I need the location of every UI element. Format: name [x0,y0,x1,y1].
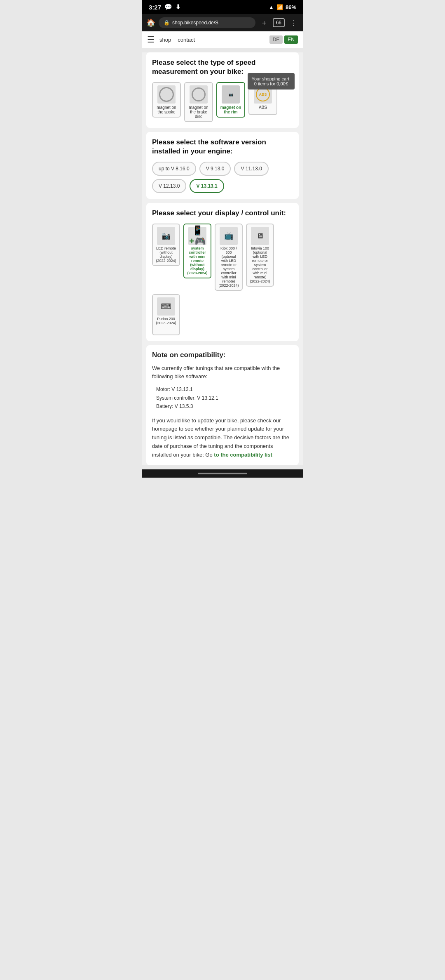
display-section: Please select your display / control uni… [146,203,299,341]
note-title: Note on compatibility: [152,351,293,359]
status-time: 3:27 💬 ⬇ [149,3,181,11]
url-text: shop.bikespeed.de/S [172,20,218,26]
spec-motor: Motor: V 13.13.1 [156,385,293,393]
software-section-title: Please select the software version insta… [152,138,293,156]
status-bar: 3:27 💬 ⬇ ▲ 📶 86% [142,0,303,14]
software-version-section: Please select the software version insta… [146,132,299,199]
display-options-row: 📷 LED remote (without display) (2022-202… [152,224,293,335]
messenger-icon: 💬 [164,3,172,11]
version-btn-1[interactable]: V 9.13.0 [199,162,231,176]
version-btn-2[interactable]: V 11.13.0 [234,162,268,176]
language-switcher: DE EN [269,35,298,44]
signal-icon: 📶 [276,4,283,10]
spec-system-controller: System controller: V 13.12.1 [156,394,293,402]
abs-label: ABS [259,105,267,110]
kiox-image: 📺 [220,227,238,245]
rim-image: 📷 [222,85,240,104]
time-display: 3:27 [149,4,161,11]
display-option-intuvia[interactable]: 🖥 Intuvia 100 (optional with LED remote … [246,224,274,287]
purion-label: Purion 200 (2023-2024) [155,317,177,325]
abs-icon: ABS [256,87,270,101]
rim-photo: 📷 [222,85,240,104]
speed-option-spoke[interactable]: magnet on the spoke [152,82,181,118]
display-section-title: Please select your display / control uni… [152,209,293,218]
more-options-icon[interactable]: ⋮ [288,18,299,27]
scroll-indicator [198,473,247,474]
display-option-sysctrl[interactable]: 📱+🎮 system controller with mini remote (… [183,224,211,278]
battery-display: 86% [286,4,296,10]
version-options-row: up to V 8.16.0 V 9.13.0 V 11.13.0 V 12.1… [152,162,293,193]
url-bar[interactable]: 🔒 shop.bikespeed.de/S [159,17,255,28]
note-footer: If you would like to update your bike, p… [152,417,293,459]
note-body: We currently offer tunings that are comp… [152,364,293,380]
version-btn-0[interactable]: up to V 8.16.0 [152,162,196,176]
nav-contact-link[interactable]: contact [178,37,195,43]
spec-battery: Battery: V 13.5.3 [156,402,293,410]
version-btn-4[interactable]: V 13.13.1 [190,179,224,193]
spoke-label: magnet on the spoke [155,105,178,114]
kiox-label: Kiox 300 / 500 (optional with LED remote… [218,246,239,287]
speed-option-brake[interactable]: magnet on the brake disc [184,82,213,122]
nav-shop-link[interactable]: shop [159,37,171,43]
display-option-kiox[interactable]: 📺 Kiox 300 / 500 (optional with LED remo… [215,224,243,291]
shopping-cart-tooltip: Your shopping cart: 0 items for 0,00€ [248,73,295,90]
compatibility-list-link[interactable]: to the compatibility list [214,452,272,458]
cart-tooltip-line2: 0 items for 0,00€ [254,81,288,86]
speed-option-rim[interactable]: 📷 magnet on the rim [216,82,245,118]
led-label: LED remote (without display) (2022-2024) [155,246,177,263]
spoke-image [157,85,176,104]
sysctrl-image: 📱+🎮 [188,227,206,245]
lang-de-button[interactable]: DE [269,35,283,44]
home-icon[interactable]: 🏠 [146,18,155,27]
lang-en-button[interactable]: EN [284,35,298,44]
sysctrl-label: system controller with mini remote (with… [187,246,208,275]
brake-image [190,85,208,104]
spoke-icon [159,87,174,102]
brake-disc-icon [192,87,206,101]
status-icons: ▲ 📶 86% [269,4,296,10]
nav-bar: ☰ shop contact DE EN [142,31,303,48]
intuvia-image: 🖥 [251,227,269,245]
sys-ctrl-icon: 📱+🎮 [188,225,206,247]
intuvia-label: Intuvia 100 (optional with LED remote or… [249,246,271,283]
purion-image: ⌨ [157,297,175,316]
display-option-led[interactable]: 📷 LED remote (without display) (2022-202… [152,224,180,266]
rim-label: magnet on the rim [220,105,242,114]
compatibility-note-section: Note on compatibility: We currently offe… [146,345,299,465]
browser-bar: 🏠 🔒 shop.bikespeed.de/S ＋ 66 ⋮ [142,14,303,31]
cart-tooltip-line1: Your shopping cart: [252,76,290,81]
led-image: 📷 [157,227,175,245]
speed-measurement-section: Please select the type of speed measurem… [146,52,299,128]
version-btn-3[interactable]: V 12.13.0 [152,179,186,193]
wifi-icon: ▲ [269,4,274,10]
scroll-bar-container [142,469,303,478]
add-tab-icon[interactable]: ＋ [259,18,269,28]
download-icon: ⬇ [176,3,181,11]
nav-links: shop contact [159,37,269,43]
brake-label: magnet on the brake disc [187,105,210,119]
note-specs: Motor: V 13.13.1 System controller: V 13… [152,385,293,410]
ssl-icon: 🔒 [164,20,170,26]
hamburger-menu-icon[interactable]: ☰ [147,35,155,45]
tab-count[interactable]: 66 [273,18,285,27]
main-content: Please select the type of speed measurem… [142,52,303,465]
display-option-purion[interactable]: ⌨ Purion 200 (2023-2024) [152,294,180,335]
